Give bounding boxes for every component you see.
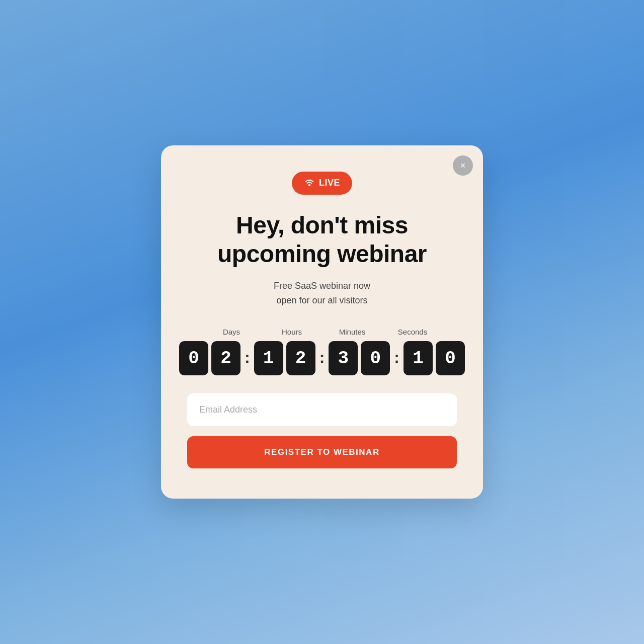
modal-content: LIVE Hey, don't miss upcoming webinar Fr… [187, 172, 457, 469]
seconds-label-group: Seconds [390, 328, 435, 336]
minutes-label-group: Minutes [330, 328, 374, 336]
seconds-digit-1: 0 [436, 341, 465, 375]
svg-point-0 [308, 184, 310, 186]
live-icon [304, 178, 315, 189]
main-title: Hey, don't miss upcoming webinar [187, 211, 457, 269]
colon-1: : [244, 348, 251, 367]
modal-container: × LIVE Hey, don't miss upcoming webinar … [161, 145, 483, 499]
minutes-digit-1: 0 [361, 341, 390, 375]
hours-digit-0: 1 [254, 341, 283, 375]
days-label: Days [223, 328, 240, 336]
colon-2: : [318, 348, 326, 367]
live-text: LIVE [319, 178, 340, 188]
hours-digits: 1 2 [254, 341, 315, 375]
countdown-labels: Days Hours Minutes Seconds [187, 328, 457, 336]
live-badge: LIVE [292, 172, 352, 195]
days-digit-1: 2 [211, 341, 240, 375]
seconds-label: Seconds [398, 328, 427, 336]
seconds-digit-0: 1 [404, 341, 433, 375]
hours-digit-1: 2 [286, 341, 315, 375]
subtitle: Free SaaS webinar now open for our all v… [274, 279, 370, 308]
minutes-digits: 3 0 [329, 341, 390, 375]
days-digit-0: 0 [179, 341, 208, 375]
days-label-group: Days [209, 328, 254, 336]
subtitle-line1: Free SaaS webinar now [274, 281, 370, 291]
hours-label-group: Hours [270, 328, 314, 336]
countdown-digits: 0 2 : 1 2 : 3 0 : 1 0 [179, 341, 465, 375]
hours-label: Hours [282, 328, 302, 336]
register-button[interactable]: REGISTER TO WEBINAR [187, 436, 457, 468]
days-digits: 0 2 [179, 341, 240, 375]
seconds-digits: 1 0 [404, 341, 465, 375]
minutes-digit-0: 3 [329, 341, 358, 375]
email-input[interactable] [187, 393, 457, 426]
subtitle-line2: open for our all visitors [276, 295, 367, 305]
minutes-label: Minutes [339, 328, 366, 336]
close-button[interactable]: × [453, 155, 473, 176]
colon-3: : [393, 348, 400, 367]
countdown-section: Days Hours Minutes Seconds 0 2 [187, 328, 457, 375]
